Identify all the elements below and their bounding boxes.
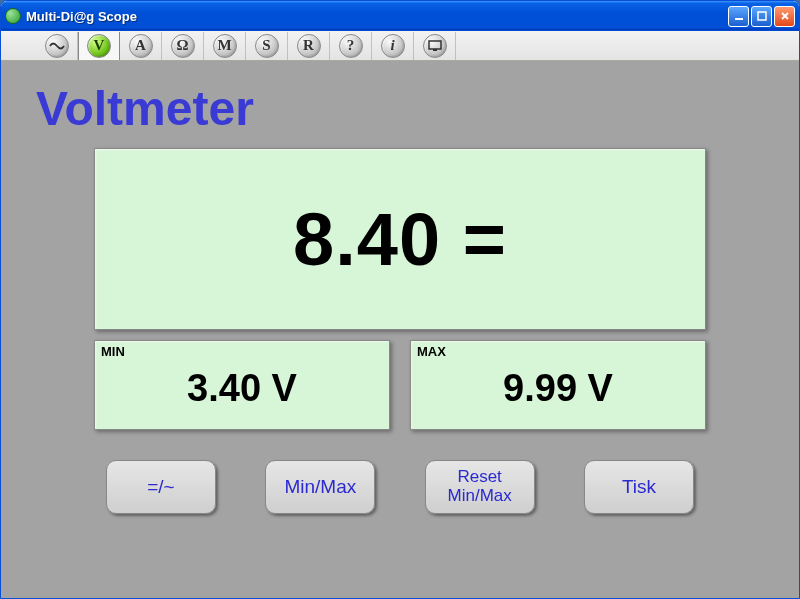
window-title: Multi-Di@g Scope [26,9,728,24]
tool-s[interactable]: S [246,32,288,60]
page-title: Voltmeter [36,81,764,136]
min-box: MIN 3.40 V [94,340,390,430]
titlebar[interactable]: Multi-Di@g Scope [1,1,799,31]
app-window: Multi-Di@g Scope V A Ω [0,0,800,599]
main-display: 8.40 = [94,148,706,330]
svg-rect-1 [758,12,766,20]
help-icon: ? [339,34,363,58]
maximize-button[interactable] [751,6,772,27]
minimize-button[interactable] [728,6,749,27]
close-icon [780,11,790,21]
minimize-icon [734,11,744,21]
print-button[interactable]: Tisk [584,460,694,514]
m-icon: M [213,34,237,58]
window-controls [728,6,795,27]
min-value: 3.40 V [187,367,297,410]
tool-m[interactable]: M [204,32,246,60]
maximize-icon [757,11,767,21]
minmax-button[interactable]: Min/Max [265,460,375,514]
reset-minmax-button[interactable]: Reset Min/Max [425,460,535,514]
screen-icon [423,34,447,58]
wave-icon [45,34,69,58]
max-label: MAX [417,344,446,359]
svg-rect-0 [735,18,743,20]
info-icon: i [381,34,405,58]
toolbar: V A Ω M S R ? i [1,31,799,61]
content-area: Voltmeter 8.40 = MIN 3.40 V MAX 9.99 V =… [1,61,799,598]
tool-help[interactable]: ? [330,32,372,60]
tool-ohmmeter[interactable]: Ω [162,32,204,60]
tool-r[interactable]: R [288,32,330,60]
ammeter-icon: A [129,34,153,58]
mode-button[interactable]: =/~ [106,460,216,514]
tool-voltmeter[interactable]: V [78,32,120,60]
svg-rect-5 [433,49,437,51]
tool-screen[interactable] [414,32,456,60]
minmax-row: MIN 3.40 V MAX 9.99 V [94,340,706,430]
main-value: 8.40 = [293,197,507,282]
s-icon: S [255,34,279,58]
tool-wave[interactable] [36,32,78,60]
button-row: =/~ Min/Max Reset Min/Max Tisk [106,460,694,514]
tool-info[interactable]: i [372,32,414,60]
min-label: MIN [101,344,125,359]
svg-rect-4 [429,41,441,49]
app-icon [5,8,21,24]
voltmeter-icon: V [87,34,111,58]
close-button[interactable] [774,6,795,27]
ohmmeter-icon: Ω [171,34,195,58]
max-value: 9.99 V [503,367,613,410]
max-box: MAX 9.99 V [410,340,706,430]
r-icon: R [297,34,321,58]
tool-ammeter[interactable]: A [120,32,162,60]
